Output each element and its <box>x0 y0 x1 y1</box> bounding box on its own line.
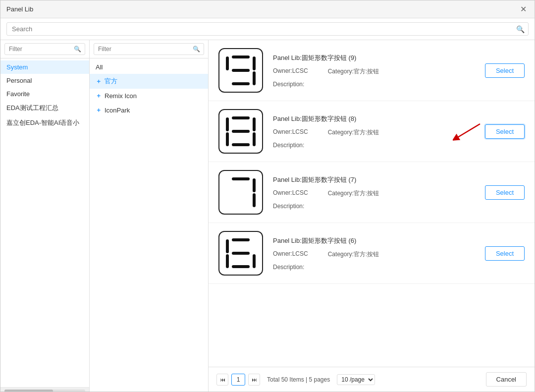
category-item-iconpark[interactable]: ＋ IconPark <box>90 103 208 117</box>
owner-8: Owner:LCSC <box>273 128 308 137</box>
item-meta-9: Owner:LCSC Category:官方:按钮 <box>273 67 475 76</box>
category-iconpark-label: IconPark <box>105 107 130 114</box>
middle-filter-input[interactable] <box>94 43 204 55</box>
item-info-6: Panel Lib:圆矩形数字按钮 (6) Owner:LCSC Categor… <box>273 236 475 271</box>
main-content: 🔍 System Personal Favorite EDA测试工程汇总 嘉立创… <box>0 40 535 392</box>
middle-panel: 🔍 All ＋ 官方 ＋ Remix Icon ＋ IconPark <box>90 40 209 392</box>
left-panel: 🔍 System Personal Favorite EDA测试工程汇总 嘉立创… <box>0 40 90 392</box>
panel-lib-dialog: Panel Lib ✕ 🔍 🔍 System Personal Favorite… <box>0 0 535 392</box>
svg-rect-11 <box>253 132 256 146</box>
svg-rect-5 <box>232 82 250 85</box>
select-button-8[interactable]: Select <box>485 124 525 139</box>
select-button-7[interactable]: Select <box>485 185 525 200</box>
svg-rect-10 <box>226 132 229 146</box>
search-bar: 🔍 <box>0 18 535 40</box>
total-info: Total 50 Items | 5 pages <box>267 376 330 383</box>
item-thumbnail-7 <box>218 170 263 215</box>
digit-9-svg <box>223 53 259 88</box>
dialog-title: Panel Lib <box>6 5 33 13</box>
item-info-8: Panel Lib:圆矩形数字按钮 (8) Owner:LCSC Categor… <box>273 114 475 149</box>
category-6: Category:官方:按钮 <box>328 250 379 259</box>
svg-rect-0 <box>232 56 250 58</box>
middle-list: All ＋ 官方 ＋ Remix Icon ＋ IconPark <box>90 58 208 392</box>
category-9: Category:官方:按钮 <box>328 67 379 76</box>
left-filter-input[interactable] <box>4 43 85 55</box>
first-page-button[interactable]: ⏮ <box>216 374 228 386</box>
svg-rect-19 <box>226 239 229 253</box>
footer-bar: ⏮ ⏭ Total 50 Items | 5 pages 10 /page 20… <box>209 367 535 392</box>
sidebar-item-system[interactable]: System <box>0 60 89 74</box>
item-thumbnail-9 <box>218 48 263 93</box>
left-scrollbar-area <box>0 387 89 392</box>
next-page-button[interactable]: ⏭ <box>248 374 260 386</box>
category-official-label: 官方 <box>105 77 117 86</box>
scroll-thumb <box>4 390 53 392</box>
category-item-official[interactable]: ＋ 官方 <box>90 74 208 89</box>
svg-rect-4 <box>253 71 256 85</box>
item-thumbnail-6 <box>218 231 263 276</box>
right-panel: Panel Lib:圆矩形数字按钮 (9) Owner:LCSC Categor… <box>209 40 535 392</box>
item-meta-7: Owner:LCSC Category:官方:按钮 <box>273 189 475 198</box>
owner-6: Owner:LCSC <box>273 250 308 259</box>
search-icon: 🔍 <box>516 25 525 33</box>
svg-rect-7 <box>226 117 229 131</box>
sidebar-item-eda-test[interactable]: EDA测试工程汇总 <box>0 101 89 115</box>
item-info-9: Panel Lib:圆矩形数字按钮 (9) Owner:LCSC Categor… <box>273 54 475 88</box>
item-meta-8: Owner:LCSC Category:官方:按钮 <box>273 128 475 137</box>
item-card-8: Panel Lib:圆矩形数字按钮 (8) Owner:LCSC Categor… <box>209 101 535 162</box>
digit-6-svg <box>223 235 259 271</box>
left-filter-bar: 🔍 <box>0 40 89 58</box>
item-title-8: Panel Lib:圆矩形数字按钮 (8) <box>273 114 475 123</box>
category-all-label: All <box>96 63 103 71</box>
middle-filter-icon: 🔍 <box>193 46 200 53</box>
item-title-7: Panel Lib:圆矩形数字按钮 (7) <box>273 175 475 184</box>
item-title-9: Panel Lib:圆矩形数字按钮 (9) <box>273 54 475 62</box>
category-8: Category:官方:按钮 <box>328 128 379 137</box>
digit-8-svg <box>223 113 259 149</box>
svg-rect-16 <box>253 178 256 192</box>
items-list: Panel Lib:圆矩形数字按钮 (9) Owner:LCSC Categor… <box>209 40 535 367</box>
svg-rect-9 <box>232 130 250 133</box>
sidebar-item-jlc-ai[interactable]: 嘉立创EDA-智能AI语音小 <box>0 115 89 130</box>
svg-line-14 <box>455 124 480 139</box>
scroll-track <box>4 390 85 392</box>
title-bar: Panel Lib ✕ <box>0 0 535 18</box>
owner-7: Owner:LCSC <box>273 189 308 198</box>
category-remix-label: Remix Icon <box>105 92 137 100</box>
desc-6: Description: <box>273 264 475 271</box>
select-button-6[interactable]: Select <box>485 246 525 261</box>
expand-icon-iconpark: ＋ <box>96 106 102 114</box>
middle-filter-bar: 🔍 <box>90 40 208 58</box>
owner-9: Owner:LCSC <box>273 67 308 76</box>
item-title-6: Panel Lib:圆矩形数字按钮 (6) <box>273 236 475 245</box>
svg-rect-1 <box>226 56 229 70</box>
pagination: ⏮ ⏭ Total 50 Items | 5 pages 10 /page 20… <box>216 374 375 386</box>
page-number-input[interactable] <box>231 374 245 386</box>
svg-rect-3 <box>232 69 250 72</box>
svg-rect-2 <box>253 56 256 70</box>
cancel-button[interactable]: Cancel <box>486 372 527 387</box>
sidebar-item-favorite[interactable]: Favorite <box>0 87 89 101</box>
item-meta-6: Owner:LCSC Category:官方:按钮 <box>273 250 475 259</box>
svg-rect-20 <box>232 252 250 255</box>
select-button-9[interactable]: Select <box>485 63 525 78</box>
category-item-remix[interactable]: ＋ Remix Icon <box>90 89 208 103</box>
left-list: System Personal Favorite EDA测试工程汇总 嘉立创ED… <box>0 58 89 387</box>
svg-rect-15 <box>232 177 250 180</box>
expand-icon-remix: ＋ <box>96 92 102 100</box>
item-card-9: Panel Lib:圆矩形数字按钮 (9) Owner:LCSC Categor… <box>209 40 535 101</box>
svg-rect-12 <box>232 143 250 146</box>
digit-7-svg <box>223 174 259 210</box>
category-7: Category:官方:按钮 <box>328 189 379 198</box>
item-card-7: Panel Lib:圆矩形数字按钮 (7) Owner:LCSC Categor… <box>209 162 535 223</box>
expand-icon-official: ＋ <box>96 77 102 86</box>
select-area-8: Select <box>485 124 525 139</box>
category-item-all[interactable]: All <box>90 60 208 74</box>
svg-rect-17 <box>253 193 256 207</box>
desc-9: Description: <box>273 81 475 88</box>
desc-8: Description: <box>273 142 475 149</box>
close-button[interactable]: ✕ <box>518 4 529 14</box>
sidebar-item-personal[interactable]: Personal <box>0 74 89 87</box>
page-size-select[interactable]: 10 /page 20 /page 50 /page <box>337 374 375 385</box>
search-input[interactable] <box>6 22 529 36</box>
